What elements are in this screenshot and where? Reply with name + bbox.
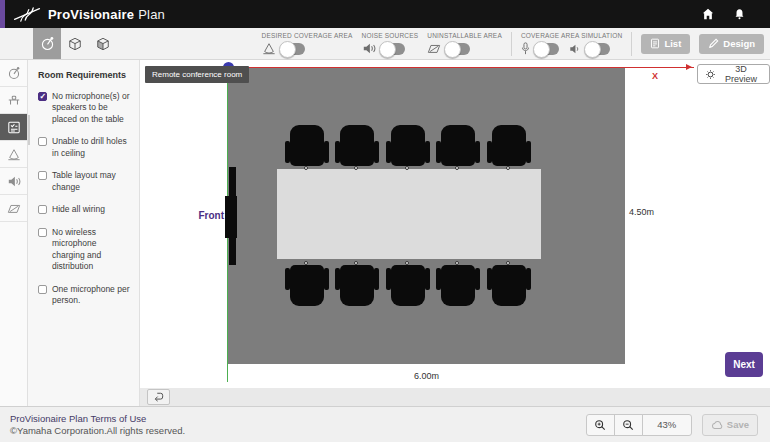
requirement-label: Unable to drill holes in ceiling <box>52 136 131 159</box>
toggle-uninstallable-area: UNINSTALLABLE AREA <box>427 32 502 55</box>
checkbox[interactable] <box>38 285 47 294</box>
room-name-badge: Remote conference room <box>145 66 249 83</box>
3d-preview-button[interactable]: 3D Preview <box>697 64 770 84</box>
canvas-bottom-strip <box>140 388 770 406</box>
tool-sidebar <box>0 60 28 406</box>
undo-button[interactable] <box>147 389 170 405</box>
seat-position-dot <box>354 166 358 170</box>
home-icon[interactable] <box>701 8 714 21</box>
sphere-pin-icon <box>7 66 21 80</box>
uninstallable-area-icon <box>427 42 441 55</box>
toolbar-divider <box>631 32 632 56</box>
desired-coverage-area-switch[interactable] <box>280 43 305 55</box>
status-bar: ProVisionaire Plan Terms of Use ©Yamaha … <box>0 406 770 442</box>
room-depth-dimension: 4.50m <box>629 207 654 217</box>
copyright-text: ©Yamaha Corporation.All rights reserved. <box>10 425 185 436</box>
save-button-label: Save <box>727 419 749 430</box>
tab-room-plan[interactable] <box>33 28 61 59</box>
sidebar-item-room[interactable] <box>0 60 27 87</box>
chair[interactable] <box>340 265 374 306</box>
x-axis <box>228 67 694 68</box>
coverage-area-simulation-group: COVERAGE AREA SIMULATION <box>521 32 622 55</box>
simulation-speaker-switch[interactable] <box>585 43 610 55</box>
noise-sources-switch[interactable] <box>380 43 405 55</box>
simulation-mic-switch[interactable] <box>534 43 559 55</box>
sidebar-item-noise-sources[interactable] <box>0 168 27 195</box>
design-pencil-icon <box>708 38 719 49</box>
x-axis-label: X <box>652 71 658 81</box>
checkbox[interactable] <box>38 92 47 101</box>
checkbox[interactable] <box>38 228 47 237</box>
terms-of-use-link[interactable]: ProVisionaire Plan Terms of Use <box>10 413 185 424</box>
zoom-out-icon <box>622 419 634 431</box>
sidebar-item-uninstallable-area[interactable] <box>0 195 27 222</box>
checkbox[interactable] <box>38 205 47 214</box>
chair[interactable] <box>492 125 526 166</box>
toolbar: DESIRED COVERAGE AREA NOISE SOURCES UNIN… <box>0 28 770 60</box>
list-button[interactable]: List <box>641 34 690 54</box>
room-requirements-panel: Room Requirements No microphone(s) or sp… <box>28 60 140 406</box>
chair[interactable] <box>340 125 374 166</box>
display-screen-stand <box>225 196 237 238</box>
zoom-in-button[interactable] <box>586 414 615 436</box>
requirement-no-mics-on-table[interactable]: No microphone(s) or speakers to be place… <box>38 91 131 125</box>
tab-cube-wire[interactable] <box>61 28 89 59</box>
tuning-fork-logo-icon <box>12 6 42 22</box>
cube-shaded-icon <box>96 37 110 51</box>
requirement-table-layout-change[interactable]: Table layout may change <box>38 170 131 193</box>
room-canvas[interactable]: X Remote conference room 3D Preview Fron… <box>140 60 770 406</box>
design-button[interactable]: Design <box>699 34 764 54</box>
toggle-desired-coverage-area: DESIRED COVERAGE AREA <box>262 32 353 55</box>
chair[interactable] <box>441 265 475 306</box>
bell-icon[interactable] <box>733 8 746 21</box>
microphone-icon <box>521 42 530 55</box>
toggle-noise-sources: NOISE SOURCES <box>362 32 419 55</box>
toggle-label: DESIRED COVERAGE AREA <box>262 32 353 39</box>
seat-position-dot <box>354 261 358 265</box>
requirement-hide-wiring[interactable]: Hide all wiring <box>38 204 131 215</box>
requirement-one-mic-per-person[interactable]: One microphone per person. <box>38 284 131 307</box>
panel-title: Room Requirements <box>38 70 131 80</box>
chair[interactable] <box>441 125 475 166</box>
seat-position-dot <box>455 166 459 170</box>
sidebar-item-furniture[interactable] <box>0 87 27 114</box>
toggle-label: UNINSTALLABLE AREA <box>427 32 502 39</box>
tab-cube-solid[interactable] <box>89 28 117 59</box>
toolbar-divider <box>511 32 512 56</box>
uninstallable-area-switch[interactable] <box>445 43 470 55</box>
save-button[interactable]: Save <box>702 414 758 436</box>
next-button[interactable]: Next <box>725 352 763 377</box>
app-logo: ProVisionairePlan <box>0 6 165 22</box>
3d-preview-label: 3D Preview <box>720 64 762 84</box>
chair[interactable] <box>391 125 425 166</box>
sidebar-item-room-requirements[interactable] <box>0 114 27 141</box>
chair[interactable] <box>492 265 526 306</box>
list-button-label: List <box>664 38 681 49</box>
zoom-out-button[interactable] <box>614 414 643 436</box>
conference-table[interactable] <box>277 169 541 259</box>
seat-position-dot <box>405 261 409 265</box>
requirement-label: No microphone(s) or speakers to be place… <box>52 91 131 125</box>
requirement-no-drill-holes[interactable]: Unable to drill holes in ceiling <box>38 136 131 159</box>
chair[interactable] <box>391 265 425 306</box>
list-icon <box>650 38 660 49</box>
view-tabs <box>33 28 117 59</box>
checkbox[interactable] <box>38 171 47 180</box>
undo-icon <box>153 392 164 402</box>
cube-icon <box>68 37 82 51</box>
sidebar-item-coverage-area[interactable] <box>0 141 27 168</box>
seat-position-dot <box>455 261 459 265</box>
seat-position-dot <box>506 166 510 170</box>
noise-source-icon <box>7 175 21 188</box>
requirement-no-wireless-charging[interactable]: No wireless microphone charging and dist… <box>38 227 131 273</box>
requirement-label: No wireless microphone charging and dist… <box>52 227 131 273</box>
requirement-label: Hide all wiring <box>52 204 105 215</box>
toggle-label: NOISE SOURCES <box>362 32 419 39</box>
chair[interactable] <box>290 265 324 306</box>
requirement-label: One microphone per person. <box>52 284 131 307</box>
panel-collapse-handle[interactable] <box>28 115 30 145</box>
chair[interactable] <box>290 125 324 166</box>
checkbox[interactable] <box>38 137 47 146</box>
zoom-in-icon <box>594 419 606 431</box>
requirement-label: Table layout may change <box>52 170 131 193</box>
